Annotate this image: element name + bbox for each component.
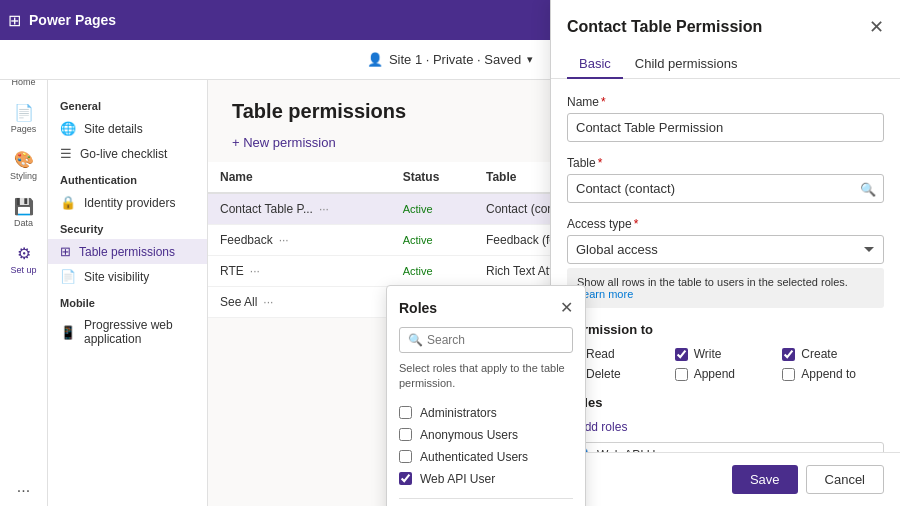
table-label: Table [567,156,596,170]
sidebar-item-golive[interactable]: ☰ Go-live checklist [48,141,207,166]
role-checkbox[interactable] [399,450,412,463]
panel-tabs: Basic Child permissions [551,38,900,79]
role-label: Web API User [420,472,495,486]
sidebar-item-pwa[interactable]: 📱 Progressive web application [48,313,207,351]
visibility-icon: 📄 [60,269,76,284]
panel-footer: Save Cancel [551,452,900,506]
row-options-icon[interactable]: ··· [279,233,289,247]
roles-search-box[interactable]: 🔍 [399,327,573,353]
list-icon: ☰ [60,146,72,161]
roles-section: Roles + Add roles 👤Web API User ⋯ [567,395,884,452]
permission-to-section: Permission to Read Write Create Delete A… [567,322,884,381]
chevron-down-icon[interactable]: ▾ [527,53,533,66]
permission-to-title: Permission to [567,322,884,337]
role-label: Anonymous Users [420,428,518,442]
more-icon: ··· [17,482,30,500]
table-icon: ⊞ [60,244,71,259]
app-title: Power Pages [29,12,116,28]
role-option[interactable]: Anonymous Users [399,424,573,446]
row-options-icon[interactable]: ··· [250,264,260,278]
search-icon: 🔍 [408,333,423,347]
row-name: See All [220,295,257,309]
role-checkbox[interactable] [399,428,412,441]
perm-checkbox[interactable] [675,368,688,381]
cancel-button[interactable]: Cancel [806,465,884,494]
col-name: Name [208,162,391,193]
perm-checkbox[interactable] [675,348,688,361]
role-option[interactable]: Web API User [399,468,573,490]
row-name: RTE [220,264,244,278]
roles-popup: Roles ✕ 🔍 Select roles that apply to the… [386,285,586,506]
row-name: Feedback [220,233,273,247]
row-options-icon[interactable]: ··· [319,202,329,216]
panel-close-button[interactable]: ✕ [869,16,884,38]
roles-search-input[interactable] [427,333,564,347]
tab-child-permissions[interactable]: Child permissions [623,50,750,79]
sidebar-item-table-permissions[interactable]: ⊞ Table permissions [48,239,207,264]
sidebar-item-site-visibility[interactable]: 📄 Site visibility [48,264,207,289]
right-panel: Contact Table Permission ✕ Basic Child p… [550,0,900,506]
name-input[interactable] [567,113,884,142]
tab-basic[interactable]: Basic [567,50,623,79]
permission-item: Create [782,347,884,361]
sidebar-item-site-details[interactable]: 🌐 Site details [48,116,207,141]
perm-checkbox[interactable] [782,348,795,361]
mobile-icon: 📱 [60,325,76,340]
col-status: Status [391,162,474,193]
name-label: Name [567,95,599,109]
styling-icon: 🎨 [14,150,34,169]
roles-label: Roles [567,395,884,410]
pages-icon: 📄 [14,103,34,122]
status-badge: Active [403,265,433,277]
data-icon: 💾 [14,197,34,216]
field-name: Name * [567,95,884,142]
role-option[interactable]: Authenticated Users [399,446,573,468]
sidebar-item-more[interactable]: ··· [2,476,46,506]
permission-item: Append to [782,367,884,381]
access-type-select[interactable]: Global access [567,235,884,264]
section-title-general: General [48,92,207,116]
role-tag: 👤Web API User ⋯ [567,442,884,452]
perm-label: Append to [801,367,856,381]
field-table: Table * 🔍 [567,156,884,203]
site-icon: 👤 [367,52,383,67]
sidebar-item-styling[interactable]: 🎨 Styling [2,144,46,187]
permission-item: Append [675,367,777,381]
table-input-container: 🔍 [567,174,884,203]
sidebar-item-data[interactable]: 💾 Data [2,191,46,234]
perm-label: Create [801,347,837,361]
perm-label: Write [694,347,722,361]
roles-description: Select roles that apply to the table per… [399,361,573,392]
manage-roles-link[interactable]: 👤 Manage roles [399,498,573,506]
row-options-icon[interactable]: ··· [263,295,273,309]
sidebar-item-pages[interactable]: 📄 Pages [2,97,46,140]
site-info: Site 1 · Private · Saved [389,52,521,67]
perm-label: Read [586,347,615,361]
panel-title: Contact Table Permission [567,18,762,36]
status-badge: Active [403,203,433,215]
table-required: * [598,156,603,170]
perm-checkbox[interactable] [782,368,795,381]
roles-popup-close-button[interactable]: ✕ [560,298,573,317]
table-search-icon: 🔍 [860,181,876,196]
save-button[interactable]: Save [732,465,798,494]
lock-icon: 🔒 [60,195,76,210]
role-checkbox[interactable] [399,472,412,485]
perm-label: Delete [586,367,621,381]
access-required: * [634,217,639,231]
grid-icon[interactable]: ⊞ [8,11,21,30]
main-sidebar: General 🌐 Site details ☰ Go-live checkli… [48,80,208,506]
table-input[interactable] [567,174,884,203]
panel-body: Name * Table * 🔍 Access type * Global ac… [551,79,900,452]
new-permission-button[interactable]: + New permission [232,135,336,150]
sidebar-item-identity[interactable]: 🔒 Identity providers [48,190,207,215]
roles-options: Administrators Anonymous Users Authentic… [399,402,573,490]
section-title-auth: Authentication [48,166,207,190]
access-type-label: Access type [567,217,632,231]
setup-icon: ⚙ [17,244,31,263]
permission-grid: Read Write Create Delete Append Append t… [567,347,884,381]
sidebar-item-setup[interactable]: ⚙ Set up [2,238,46,281]
name-required: * [601,95,606,109]
role-checkbox[interactable] [399,406,412,419]
role-option[interactable]: Administrators [399,402,573,424]
